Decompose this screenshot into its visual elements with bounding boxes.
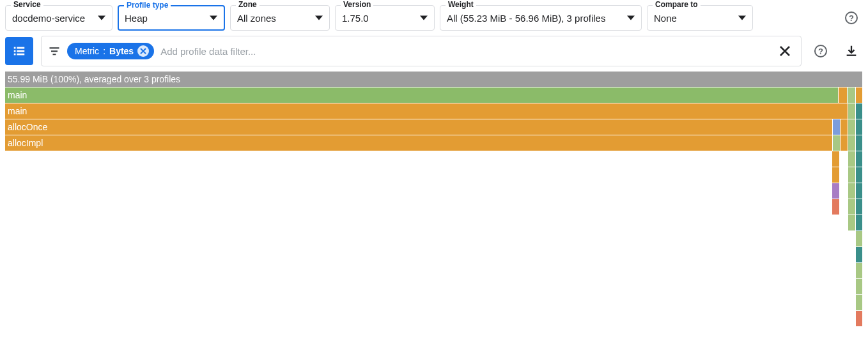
- flame-frame[interactable]: [832, 151, 839, 167]
- flame-frame[interactable]: [848, 167, 855, 183]
- version-dropdown[interactable]: Version 1.75.0: [335, 5, 435, 31]
- flame-frame[interactable]: [856, 103, 862, 119]
- service-value: docdemo-service: [12, 13, 85, 24]
- flame-frame[interactable]: [856, 295, 862, 310]
- zone-dropdown[interactable]: Zone All zones: [230, 5, 330, 31]
- flame-row: [5, 199, 863, 215]
- weight-value: All (55.23 MiB - 56.96 MiB), 3 profiles: [447, 13, 605, 24]
- flame-frame[interactable]: [841, 119, 848, 135]
- chevron-down-icon: [210, 14, 217, 22]
- profile-type-dropdown[interactable]: Profile type Heap: [118, 5, 225, 31]
- svg-rect-4: [14, 50, 16, 52]
- flame-row: [5, 311, 863, 326]
- flame-frame[interactable]: [856, 247, 862, 262]
- metric-chip-label: Metric: [75, 46, 99, 56]
- flame-frame[interactable]: [856, 135, 862, 151]
- flame-frame[interactable]: [848, 215, 855, 230]
- flame-row: main: [5, 103, 863, 119]
- flame-frame[interactable]: [848, 183, 855, 199]
- chevron-down-icon: [315, 14, 323, 22]
- flame-row: [5, 167, 863, 183]
- flame-frame[interactable]: [856, 263, 862, 278]
- svg-rect-5: [17, 50, 24, 52]
- flame-frame[interactable]: main: [5, 87, 838, 103]
- list-icon: [12, 44, 26, 58]
- svg-rect-10: [53, 54, 56, 55]
- flame-frame[interactable]: [848, 135, 855, 151]
- service-dropdown[interactable]: Service docdemo-service: [5, 5, 112, 31]
- flame-frame[interactable]: [839, 87, 847, 103]
- help-icon[interactable]: ?: [809, 40, 832, 63]
- flame-frame[interactable]: allocImpl: [5, 135, 832, 151]
- flame-frame[interactable]: [856, 215, 862, 230]
- top-toolbar: Service docdemo-service Profile type Hea…: [0, 0, 868, 36]
- flame-graph[interactable]: 55.99 MiB (100%), averaged over 3 profil…: [0, 72, 868, 326]
- flame-frame[interactable]: [832, 167, 839, 183]
- flame-frame[interactable]: [832, 199, 839, 215]
- filter-input[interactable]: [160, 46, 769, 57]
- flame-row: [5, 247, 863, 262]
- flame-frame[interactable]: [848, 199, 855, 215]
- svg-text:?: ?: [818, 47, 823, 56]
- help-icon[interactable]: ?: [840, 6, 863, 29]
- flame-frame[interactable]: [841, 135, 848, 151]
- flame-frame[interactable]: [848, 103, 855, 119]
- weight-dropdown[interactable]: Weight All (55.23 MiB - 56.96 MiB), 3 pr…: [440, 5, 642, 31]
- svg-rect-2: [14, 47, 16, 49]
- filter-icon[interactable]: [48, 45, 61, 57]
- flame-frame[interactable]: [856, 199, 862, 215]
- flame-row: 55.99 MiB (100%), averaged over 3 profil…: [5, 72, 863, 87]
- flame-row: [5, 151, 863, 167]
- metric-chip-value: Bytes: [109, 46, 134, 56]
- flame-frame[interactable]: [856, 167, 862, 183]
- chevron-down-icon: [738, 14, 746, 22]
- filter-row: Metric : Bytes ?: [0, 36, 868, 72]
- flame-row: [5, 231, 863, 246]
- download-icon[interactable]: [840, 40, 863, 63]
- flame-frame[interactable]: main: [5, 103, 848, 119]
- flame-row: main: [5, 87, 863, 103]
- svg-rect-6: [14, 54, 16, 56]
- flame-frame[interactable]: [856, 183, 862, 199]
- flame-row: [5, 215, 863, 230]
- compare-dropdown[interactable]: Compare to None: [647, 5, 753, 31]
- weight-label: Weight: [446, 0, 476, 9]
- service-label: Service: [11, 0, 43, 9]
- svg-rect-9: [51, 50, 58, 52]
- chevron-down-icon: [627, 14, 635, 22]
- flame-frame[interactable]: [856, 231, 862, 246]
- flame-frame[interactable]: [856, 87, 862, 103]
- chip-close-icon[interactable]: [137, 45, 149, 57]
- compare-value: None: [654, 13, 677, 24]
- flame-frame[interactable]: [856, 311, 862, 326]
- profile-type-value: Heap: [125, 13, 148, 24]
- flame-frame[interactable]: [833, 119, 840, 135]
- flame-frame[interactable]: [856, 279, 862, 294]
- flame-frame[interactable]: [833, 135, 840, 151]
- flame-row: [5, 263, 863, 278]
- flame-row: allocOnce: [5, 119, 863, 135]
- flame-frame[interactable]: allocOnce: [5, 119, 832, 135]
- version-value: 1.75.0: [342, 13, 369, 24]
- flame-frame[interactable]: [856, 151, 862, 167]
- clear-filter-icon[interactable]: [775, 45, 794, 57]
- flame-frame[interactable]: 55.99 MiB (100%), averaged over 3 profil…: [5, 72, 862, 87]
- flame-frame[interactable]: [848, 87, 855, 103]
- chevron-down-icon: [420, 14, 428, 22]
- filter-bar: Metric : Bytes: [41, 36, 802, 66]
- chevron-down-icon: [98, 14, 105, 22]
- svg-rect-7: [17, 54, 24, 56]
- flame-row: [5, 183, 863, 199]
- svg-rect-8: [50, 47, 59, 49]
- flame-frame[interactable]: [856, 119, 862, 135]
- zone-label: Zone: [236, 0, 260, 9]
- flame-frame[interactable]: [832, 183, 839, 199]
- flame-row: [5, 295, 863, 310]
- flame-frame[interactable]: [848, 119, 855, 135]
- flame-row: allocImpl: [5, 135, 863, 151]
- flame-row: [5, 279, 863, 294]
- svg-rect-13: [847, 55, 856, 56]
- flame-frame[interactable]: [848, 151, 855, 167]
- metric-chip[interactable]: Metric : Bytes: [67, 43, 154, 59]
- list-view-button[interactable]: [5, 37, 33, 65]
